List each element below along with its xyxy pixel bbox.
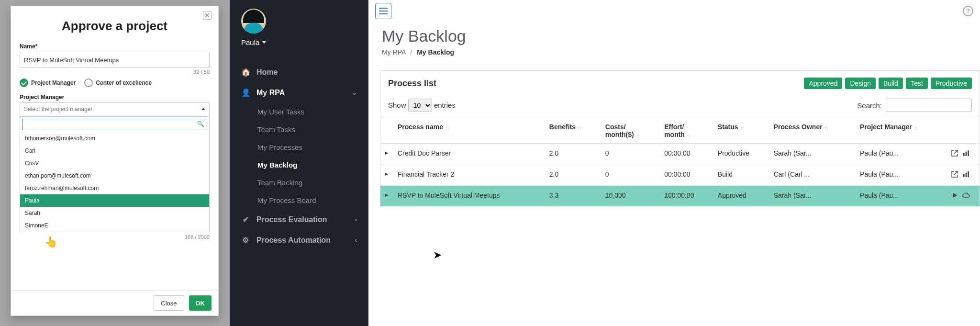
cell-costs: 10,000	[601, 186, 659, 207]
sidebar-sub-item[interactable]: My User Tasks	[230, 103, 368, 121]
sort-icon: ↑↓	[687, 133, 690, 138]
sort-icon: ↑↓	[824, 125, 828, 131]
pm-option[interactable]: Carl	[20, 145, 209, 157]
help-icon[interactable]: ?	[963, 6, 973, 16]
expand-icon[interactable]: ▸	[380, 165, 393, 186]
sidebar-item[interactable]: 🏠Home	[230, 62, 368, 82]
column-header[interactable]: Status↑↓	[713, 118, 769, 144]
status-badge[interactable]: Test	[906, 78, 928, 89]
sidebar-sub-item[interactable]: My Backlog	[230, 156, 368, 174]
svg-rect-3	[963, 174, 965, 177]
name-field[interactable]	[20, 52, 210, 68]
sidebar-sub-item[interactable]: Team Tasks	[230, 121, 368, 138]
breadcrumb: My RPA / My Backlog	[382, 48, 967, 56]
pm-option[interactable]: ethan.port@mulesoft.com	[20, 169, 209, 182]
topbar: ?	[368, 0, 980, 22]
cell-benefits: 2.0	[545, 165, 601, 186]
status-badge[interactable]: Design	[845, 78, 876, 89]
user-name: Paula	[241, 38, 259, 46]
pm-option[interactable]: CrisV	[20, 157, 209, 169]
sidebar-sub-item[interactable]: My Process Board	[230, 191, 368, 209]
column-header[interactable]: Process Owner↑↓	[769, 118, 855, 144]
cell-effort: 100:00:00	[659, 186, 713, 207]
avatar[interactable]	[241, 9, 266, 34]
status-badge[interactable]: Build	[879, 78, 903, 89]
svg-rect-5	[968, 171, 969, 177]
status-badge[interactable]: Productive	[931, 78, 972, 89]
chart-icon[interactable]	[962, 149, 970, 158]
table-row[interactable]: ▸RSVP to MuleSoft Virtual Meetups3.310,0…	[380, 186, 980, 207]
cloud-icon[interactable]	[962, 191, 970, 201]
pm-option[interactable]: feroz.rehman@mulesoft.com	[20, 182, 209, 194]
sidebar-sub-item[interactable]: Team Backlog	[230, 174, 368, 191]
name-label: Name*	[20, 43, 210, 50]
panel-title: Process list	[388, 79, 436, 89]
column-header[interactable]: Costs/month($)↑↓	[601, 118, 659, 144]
column-header[interactable]: Effort/month↑↓	[659, 118, 713, 144]
cursor-arrow-icon: ➤	[433, 249, 442, 261]
sidebar-item-label: Home	[256, 68, 278, 77]
radio-pm-label: Project Manager	[31, 79, 76, 86]
cell-status: Build	[713, 165, 769, 186]
ok-button[interactable]: OK	[189, 295, 212, 311]
name-char-counter: 32 / 50	[20, 69, 210, 75]
sidebar-sub-item[interactable]: My Processes	[230, 138, 368, 156]
pm-option[interactable]: SimoneE	[20, 219, 209, 232]
cell-pm: Paula (Pau...	[855, 144, 946, 165]
expand-icon[interactable]: ▸	[380, 186, 393, 207]
radio-center-of-excellence[interactable]: Center of excellence	[84, 79, 152, 87]
svg-rect-0	[963, 153, 965, 156]
menu-toggle-button[interactable]	[375, 3, 391, 19]
chevron-left-icon: ‹	[355, 216, 357, 223]
cell-name: RSVP to MuleSoft Virtual Meetups	[393, 186, 545, 207]
pm-select[interactable]: Select the project manager	[20, 102, 210, 117]
play-icon[interactable]	[951, 191, 958, 201]
modal-title: Approve a project	[11, 6, 218, 43]
chevron-left-icon: ‹	[355, 236, 357, 244]
column-header[interactable]: Benefits↑↓	[545, 118, 601, 144]
chart-icon[interactable]	[962, 170, 970, 180]
cell-effort: 00:00:00	[659, 165, 713, 186]
sidebar-nav: 🏠Home👤My RPA⌄My User TasksTeam TasksMy P…	[230, 62, 368, 250]
sidebar-item[interactable]: 👤My RPA⌄	[230, 82, 368, 103]
radio-project-manager[interactable]: Project Manager	[20, 79, 76, 87]
pm-placeholder: Select the project manager	[24, 106, 92, 112]
chevron-down-icon	[262, 41, 266, 44]
caret-up-icon	[201, 108, 205, 110]
close-button[interactable]: Close	[154, 295, 184, 311]
entries-select[interactable]: 10	[408, 99, 432, 112]
desc-char-counter: 168 / 2000	[11, 232, 218, 240]
table-row[interactable]: ▸Financial Tracker 22.0000:00:00BuildCar…	[380, 165, 980, 186]
crumb-root[interactable]: My RPA	[382, 48, 406, 56]
sidebar-item-label: Process Evaluation	[256, 215, 327, 224]
expand-icon[interactable]: ▸	[380, 144, 393, 165]
column-header[interactable]: Project Manager↑↓	[855, 118, 946, 144]
branch-icon: ⚙	[241, 236, 250, 245]
sidebar-item[interactable]: ✔Process Evaluation‹	[230, 209, 368, 230]
pm-option[interactable]: Paula	[20, 194, 209, 207]
column-header[interactable]: Process name↑↓	[393, 118, 545, 144]
radio-coe-label: Center of excellence	[96, 79, 152, 86]
check-icon: ✔	[241, 215, 250, 224]
process-list-panel: Process list ApprovedDesignBuildTestProd…	[380, 70, 980, 207]
search-input[interactable]	[886, 99, 972, 112]
user-icon: 👤	[241, 88, 250, 97]
table-row[interactable]: ▸Credit Doc Parser2.0000:00:00Productive…	[380, 144, 980, 165]
cell-owner: Sarah (Sar...	[769, 186, 855, 207]
open-external-icon[interactable]	[951, 170, 958, 180]
home-icon: 🏠	[241, 67, 250, 77]
open-external-icon[interactable]	[951, 149, 958, 158]
svg-rect-1	[966, 152, 967, 156]
pm-option[interactable]: Sarah	[20, 207, 209, 219]
show-pre-label: Show	[388, 101, 406, 109]
sort-icon: ↑↓	[914, 125, 917, 131]
sidebar-item[interactable]: ⚙Process Automation‹	[230, 230, 368, 250]
close-icon[interactable]: ✕	[203, 11, 212, 20]
pm-dropdown-search[interactable]	[22, 119, 207, 130]
row-actions	[946, 165, 980, 186]
status-badge[interactable]: Approved	[804, 78, 842, 89]
user-menu[interactable]: Paula	[241, 38, 266, 46]
cell-benefits: 3.3	[545, 186, 601, 207]
pm-option[interactable]: bthomerson@mulesoft.com	[20, 132, 209, 145]
modal-footer: Close OK	[11, 290, 218, 315]
